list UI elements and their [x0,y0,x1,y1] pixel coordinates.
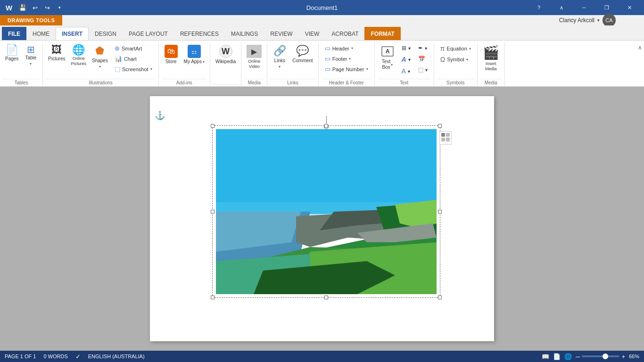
chevron-down-icon: ▾ [597,18,600,23]
online-video-icon: ▶ [247,45,262,58]
ribbon-group-media2: 🎬 InsertMedia Media [478,42,505,86]
footer-button[interactable]: ▭ Footer ▾ [322,54,372,64]
tab-review[interactable]: REVIEW [264,27,298,40]
chart-button[interactable]: 📊 Chart [111,54,156,64]
ribbon-collapse-area: ∧ [636,42,644,86]
minimize-button[interactable]: ─ [573,0,595,15]
signature-button[interactable]: ✒ ▾ [415,43,431,53]
svg-rect-3 [446,133,450,137]
store-label: Store [165,59,177,65]
quick-parts-button[interactable]: ⊞ ▾ [398,43,414,53]
object-button[interactable]: ⬚ ▾ [415,65,431,74]
document-area: ⚓ [0,87,644,351]
tab-design[interactable]: DESIGN [89,27,123,40]
my-apps-label: My Apps [184,59,202,65]
zoom-in-icon[interactable]: + [621,353,625,360]
wikipedia-button[interactable]: W Wikipedia [213,43,238,66]
read-mode-icon[interactable]: 📖 [542,353,549,360]
language[interactable]: ENGLISH (AUSTRALIA) [88,354,145,359]
handle-bottom-right[interactable] [438,296,442,299]
online-pictures-label: OnlinePictures [71,56,86,66]
handle-bottom-left[interactable] [211,296,215,299]
comment-button[interactable]: 💬 Comment [290,43,315,65]
wikipedia-label: Wikipedia [215,59,236,65]
pictures-button[interactable]: 🖼 Pictures [46,43,67,63]
links-group-label: Links [270,79,315,86]
screenshot-icon: ⬚ [115,66,120,73]
symbol-button[interactable]: Ω Symbol ▾ [437,54,474,65]
svg-rect-2 [441,133,445,137]
chart-label: Chart [124,56,137,62]
help-button[interactable]: ? [528,0,550,15]
tab-format[interactable]: FORMAT [364,27,400,40]
handle-top-left[interactable] [211,124,215,128]
drop-cap-button[interactable]: A ▾ [398,66,414,76]
title-bar: W 💾 ↩ ↪ ▾ Document1 ? ∧ ─ ❐ ✕ [0,0,644,15]
tab-acrobat[interactable]: ACROBAT [325,27,364,40]
tab-page-layout[interactable]: PAGE LAYOUT [123,27,174,40]
tab-home[interactable]: HOME [26,27,56,40]
signature-icon: ✒ [418,45,423,51]
status-bar: PAGE 1 OF 1 0 WORDS ✓ ENGLISH (AUSTRALIA… [0,351,644,362]
word-count: 0 WORDS [43,354,67,359]
handle-top-right[interactable] [438,124,442,128]
selected-image[interactable] [216,129,437,294]
save-qat-button[interactable]: 💾 [17,2,28,13]
shapes-button[interactable]: ⬟ Shapes ▾ [90,43,110,70]
my-apps-button[interactable]: ⚏ My Apps ▾ [182,43,207,66]
object-icon: ⬚ [418,66,423,73]
restore-button[interactable]: ❐ [596,0,618,15]
web-layout-icon[interactable]: 🌐 [564,353,572,360]
table-button[interactable]: ⊞ Table ▾ [22,43,40,67]
tab-file[interactable]: FILE [2,27,26,40]
ribbon: 📄 Pages ⊞ Table ▾ Tables 🖼 Pictures 🌐 On… [0,41,644,87]
close-button[interactable]: ✕ [619,0,640,15]
text-box-button[interactable]: A TextBox ▾ [378,43,397,72]
status-bar-left: PAGE 1 OF 1 0 WORDS ✓ ENGLISH (AUSTRALIA… [5,353,145,360]
customize-qat-button[interactable]: ▾ [54,2,65,13]
smartart-icon: ⊛ [115,45,120,52]
screenshot-button[interactable]: ⬚ Screenshot ▾ [111,64,156,74]
tab-references[interactable]: REFERENCES [174,27,225,40]
drawing-tools-bar: DRAWING TOOLS Clancy Arkcoll ▾ CA [0,15,644,25]
online-pictures-button[interactable]: 🌐 OnlinePictures [68,43,89,68]
user-name[interactable]: Clancy Arkcoll [559,17,594,24]
print-layout-icon[interactable]: 📄 [553,353,561,360]
anchor-icon: ⚓ [155,110,165,121]
text-box-icon: A [380,45,395,58]
page-number-icon: ▭ [325,66,330,73]
links-button[interactable]: 🔗 Links ▾ [270,43,289,70]
insert-media-button[interactable]: 🎬 InsertMedia [480,43,502,73]
handle-top-center[interactable] [324,124,328,128]
tab-view[interactable]: VIEW [299,27,326,40]
page-number-button[interactable]: ▭ Page Number ▾ [322,64,372,74]
user-avatar[interactable]: CA [603,14,616,27]
handle-middle-right[interactable] [438,210,442,214]
smartart-button[interactable]: ⊛ SmartArt [111,43,156,53]
quick-access-toolbar: 💾 ↩ ↪ ▾ [17,2,65,13]
pages-button[interactable]: 📄 Pages [3,43,21,63]
online-video-button[interactable]: ▶ OnlineVideo [244,43,264,71]
track-changes-icon[interactable]: ✓ [75,353,81,360]
layout-options-icon[interactable] [439,131,452,145]
zoom-out-icon[interactable]: ─ [576,353,580,360]
ribbon-collapse-button[interactable]: ∧ [551,0,572,15]
zoom-level[interactable]: 66% [629,354,639,359]
zoom-slider[interactable] [582,355,619,357]
tab-insert[interactable]: INSERT [56,27,89,40]
undo-qat-button[interactable]: ↩ [29,2,41,13]
zoom-thumb[interactable] [603,354,608,359]
handle-middle-left[interactable] [211,210,215,214]
date-time-button[interactable]: 📅 [415,54,431,64]
my-apps-icon: ⚏ [188,45,201,58]
wordart-button[interactable]: A ▾ [398,54,414,65]
redo-qat-button[interactable]: ↪ [41,2,53,13]
equation-button[interactable]: π Equation ▾ [437,43,474,54]
header-button[interactable]: ▭ Header ▾ [322,43,372,53]
handle-bottom-center[interactable] [324,296,328,299]
tab-mailings[interactable]: MAILINGS [225,27,264,40]
store-button[interactable]: 🛍 Store [162,43,181,66]
collapse-ribbon-button[interactable]: ∧ [638,44,642,51]
page-number-dropdown-icon: ▾ [366,67,368,71]
ribbon-group-header-footer: ▭ Header ▾ ▭ Footer ▾ ▭ Page Number ▾ He… [319,42,375,86]
